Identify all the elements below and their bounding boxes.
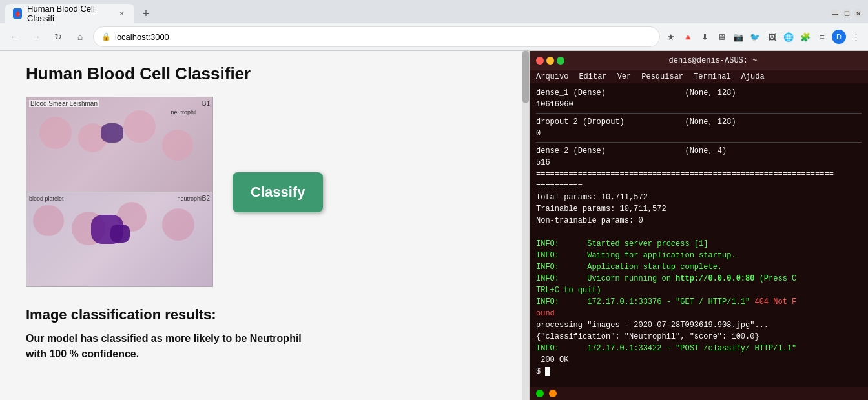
terminal-minimize-button[interactable] — [546, 57, 554, 65]
extension-icon4[interactable]: 📷 — [731, 30, 745, 44]
tab-title: Human Blood Cell Classifi — [27, 4, 112, 23]
refresh-button[interactable]: ↻ — [49, 28, 67, 46]
term-line: dense_1 (Dense) (None, 128) — [536, 87, 862, 99]
term-processing: processing "images - 2020-07-28T093619.9… — [536, 319, 862, 331]
results-title: Image classification results: — [26, 306, 478, 323]
tab-close-button[interactable]: ✕ — [118, 8, 127, 19]
term-info-post: INFO: 172.17.0.1:33422 - "POST /classify… — [536, 343, 862, 354]
menu-ver[interactable]: Ver — [617, 72, 632, 81]
extension-icon5[interactable]: 🐦 — [748, 30, 762, 44]
terminal-maximize-button[interactable] — [557, 57, 564, 65]
scrollbar-thumb[interactable] — [522, 51, 529, 103]
close-button[interactable]: ✕ — [854, 9, 863, 18]
blood-image-top: Blood Smear Leishman B1 neutrophil — [26, 97, 212, 192]
nav-bar: ← → ↻ ⌂ 🔒 localhost:3000 ★ 🔺 ⬇ 🖥 📷 🐦 🖼 🌐… — [0, 23, 868, 50]
term-line: Trainable params: 10,711,572 — [536, 203, 862, 215]
tab-favicon: 🩸 — [13, 8, 22, 19]
menu-editar[interactable]: Editar — [579, 72, 606, 81]
term-line: Total params: 10,711,572 — [536, 192, 862, 203]
menu-pesquisar[interactable]: Pesquisar — [641, 72, 683, 81]
term-line: 0 — [536, 128, 862, 139]
extension-icon3[interactable]: 🖥 — [714, 30, 728, 44]
blood-smear-label: Blood Smear Leishman — [29, 100, 99, 107]
terminal-status-dot-green — [536, 390, 544, 397]
menu-terminal[interactable]: Terminal — [694, 72, 731, 81]
terminal-menubar: Arquivo Editar Ver Pesquisar Terminal Aj… — [530, 70, 868, 83]
back-button[interactable]: ← — [5, 28, 23, 46]
extension-icon7[interactable]: 🌐 — [781, 30, 796, 44]
term-line: dropout_2 (Dropout) (None, 128) — [536, 116, 862, 128]
classify-button[interactable]: Classify — [232, 172, 323, 212]
tab-bar: 🩸 Human Blood Cell Classifi ✕ + — ☐ ✕ — [0, 0, 868, 23]
new-tab-button[interactable]: + — [137, 5, 155, 23]
extension-icon9[interactable]: ≡ — [815, 30, 829, 44]
extension-icon6[interactable]: 🖼 — [765, 30, 779, 44]
home-button[interactable]: ⌂ — [71, 28, 89, 46]
term-info-found: ound — [536, 308, 862, 319]
results-text: Our model has classified as more likely … — [26, 331, 478, 362]
browser-chrome: 🩸 Human Blood Cell Classifi ✕ + — ☐ ✕ ← … — [0, 0, 868, 51]
terminal-panel: denis@denis-ASUS: ~ Arquivo Editar Ver P… — [530, 51, 868, 400]
term-classification: {"classification": "Neutrophil", "score"… — [536, 331, 862, 343]
b1-label: B1 — [202, 100, 210, 107]
more-menu-button[interactable]: ⋮ — [849, 30, 863, 44]
profile-icon[interactable]: D — [832, 30, 846, 44]
term-line: ========================================… — [536, 168, 862, 180]
term-info-waiting: INFO: Waiting for application startup. — [536, 250, 862, 261]
minimize-button[interactable]: — — [831, 9, 840, 18]
term-line: 516 — [536, 157, 862, 168]
active-tab[interactable]: 🩸 Human Blood Cell Classifi ✕ — [5, 4, 134, 23]
page-title: Human Blood Cell Classifier — [26, 64, 478, 84]
term-line: dense_2 (Dense) (None, 4) — [536, 145, 862, 157]
lock-icon: 🔒 — [101, 32, 111, 41]
address-text: localhost:3000 — [115, 32, 169, 42]
term-info-uvicorn: INFO: Uvicorn running on http://0.0.0.0:… — [536, 273, 862, 285]
neutrophil2-label: neutrophil — [177, 195, 203, 202]
terminal-title: denis@denis-ASUS: ~ — [564, 56, 862, 65]
scrollbar-track[interactable] — [522, 51, 529, 400]
webpage-panel: Human Blood Cell Classifier Blood Smear … — [0, 51, 530, 400]
menu-ajuda[interactable]: Ajuda — [741, 72, 765, 81]
terminal-titlebar: denis@denis-ASUS: ~ — [530, 51, 868, 70]
extension-icon1[interactable]: 🔺 — [681, 30, 695, 44]
blood-smear-image: Blood Smear Leishman B1 neutrophil B2 — [26, 97, 213, 287]
term-separator — [536, 113, 862, 114]
term-line: Non-trainable params: 0 — [536, 215, 862, 226]
bookmark-icon[interactable]: ★ — [664, 30, 678, 44]
forward-button[interactable]: → — [27, 28, 45, 46]
terminal-window-controls — [536, 57, 564, 65]
blood-platelet-label: blood platelet — [29, 195, 64, 202]
b2-label: B2 — [202, 195, 210, 202]
term-line — [536, 226, 862, 238]
nav-icons-right: ★ 🔺 ⬇ 🖥 📷 🐦 🖼 🌐 🧩 ≡ D ⋮ — [664, 30, 863, 44]
maximize-button[interactable]: ☐ — [842, 9, 851, 18]
terminal-bottom-bar — [530, 387, 868, 400]
blood-image-bottom: B2 blood platelet neutrophil — [26, 192, 212, 287]
webpage-content: Human Blood Cell Classifier Blood Smear … — [0, 51, 504, 375]
term-info-get: INFO: 172.17.0.1:33376 - "GET / HTTP/1.1… — [536, 296, 862, 308]
extension-icon8[interactable]: 🧩 — [798, 30, 812, 44]
address-bar[interactable]: 🔒 localhost:3000 — [93, 26, 660, 47]
term-line: ========== — [536, 180, 862, 192]
term-prompt: $ — [536, 366, 862, 377]
term-info-quit: TRL+C to quit) — [536, 285, 862, 296]
terminal-body[interactable]: dense_1 (Dense) (None, 128) 10616960 dro… — [530, 83, 868, 387]
window-controls: — ☐ ✕ — [831, 9, 863, 18]
term-200-ok: 200 OK — [536, 354, 862, 366]
menu-arquivo[interactable]: Arquivo — [536, 72, 568, 81]
term-info-server: INFO: Started server process [1] — [536, 238, 862, 250]
terminal-cursor — [545, 367, 550, 376]
term-separator — [536, 142, 862, 143]
extension-icon2[interactable]: ⬇ — [698, 30, 712, 44]
terminal-close-button[interactable] — [536, 57, 544, 65]
image-classify-area: Blood Smear Leishman B1 neutrophil B2 — [26, 97, 478, 287]
main-layout: Human Blood Cell Classifier Blood Smear … — [0, 51, 868, 400]
term-line: 10616960 — [536, 99, 862, 110]
terminal-status-dot-orange — [549, 390, 557, 397]
term-info-startup: INFO: Application startup complete. — [536, 261, 862, 273]
neutrophil-label: neutrophil — [170, 109, 196, 115]
